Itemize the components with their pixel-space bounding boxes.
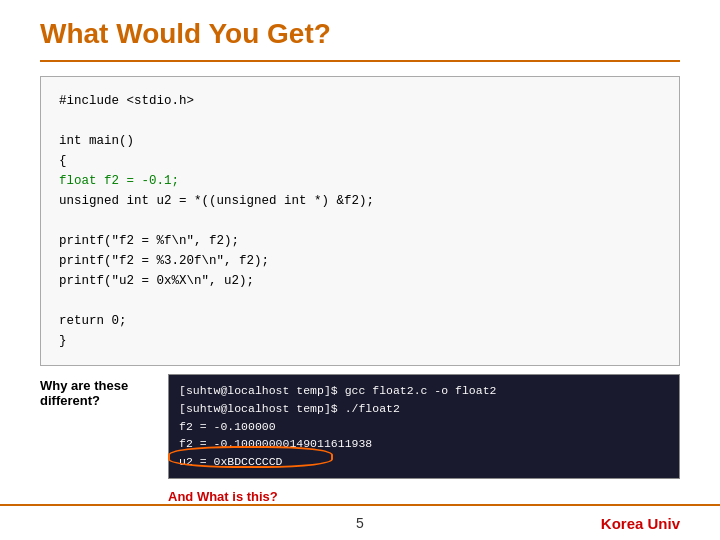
code-line-8: printf("f2 = %f\n", f2);	[59, 231, 661, 251]
main-content: #include <stdio.h> int main() { float f2…	[0, 62, 720, 374]
korea-univ-label: Korea Univ	[601, 515, 680, 532]
title-area: What Would You Get?	[0, 0, 720, 60]
page-number: 5	[40, 515, 680, 531]
terminal-line-3: f2 = -0.100000	[179, 418, 669, 436]
terminal-box: [suhtw@localhost temp]$ gcc float2.c -o …	[168, 374, 680, 479]
code-line-5: float f2 = -0.1;	[59, 171, 661, 191]
terminal-line-1: [suhtw@localhost temp]$ gcc float2.c -o …	[179, 382, 669, 400]
code-line-11	[59, 291, 661, 311]
code-line-10: printf("u2 = 0x%X\n", u2);	[59, 271, 661, 291]
code-line-7	[59, 211, 661, 231]
and-what-label: And What is this?	[128, 489, 720, 504]
code-line-6: unsigned int u2 = *((unsigned int *) &f2…	[59, 191, 661, 211]
terminal-line-4: f2 = -0.10000000149011611938	[179, 435, 669, 453]
code-line-2	[59, 111, 661, 131]
terminal-wrapper: [suhtw@localhost temp]$ gcc float2.c -o …	[168, 374, 680, 479]
code-box: #include <stdio.h> int main() { float f2…	[40, 76, 680, 366]
terminal-line-2: [suhtw@localhost temp]$ ./float2	[179, 400, 669, 418]
slide-title: What Would You Get?	[40, 18, 680, 50]
and-what-wrapper: And What is this?	[0, 479, 720, 504]
bottom-bar: 5 Korea Univ	[0, 504, 720, 540]
code-line-13: }	[59, 331, 661, 351]
code-line-1: #include <stdio.h>	[59, 91, 661, 111]
code-line-4: {	[59, 151, 661, 171]
code-line-3: int main()	[59, 131, 661, 151]
slide-container: What Would You Get? #include <stdio.h> i…	[0, 0, 720, 540]
code-line-9: printf("f2 = %3.20f\n", f2);	[59, 251, 661, 271]
bottom-section: Why are these different? [suhtw@localhos…	[0, 374, 720, 479]
why-label: Why are these different?	[40, 374, 150, 408]
terminal-line-5: u2 = 0xBDCCCCCD	[179, 453, 669, 471]
code-line-12: return 0;	[59, 311, 661, 331]
